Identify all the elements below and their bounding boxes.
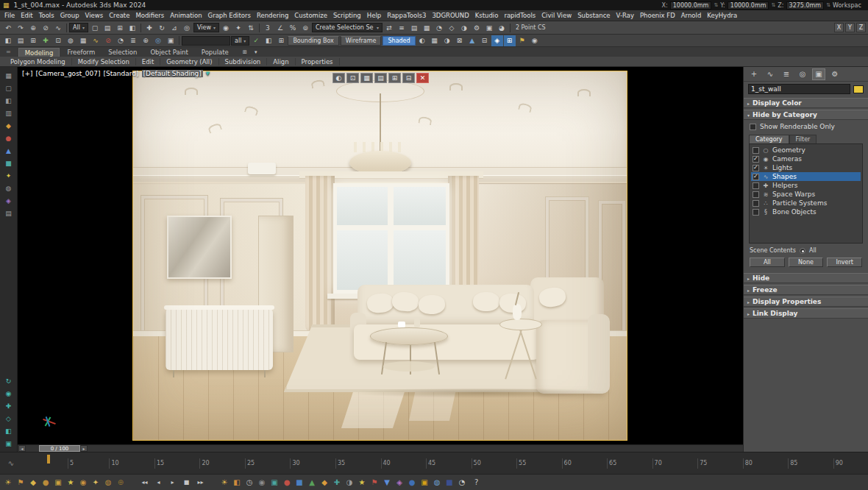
ribbon-minimize-icon[interactable]: ▾ [252,48,260,56]
time-slider-thumb[interactable]: 0 / 100 [39,445,80,452]
angle-snap-icon[interactable]: ∠ [274,22,286,33]
select-and-link-icon[interactable]: ⊕ [27,22,39,33]
red-dot-icon[interactable]: ● [281,476,293,489]
ribbon-panel[interactable]: Align [267,58,295,65]
object-name-field[interactable] [748,84,850,94]
category-action-button[interactable]: All [750,258,785,267]
clip-icon[interactable]: ⊠ [454,35,466,46]
category-row[interactable]: ∿ Shapes [751,172,861,181]
viewport-config-icon[interactable]: ◧ [2,35,14,46]
previous-frame-button[interactable]: ◂ [18,445,26,452]
menu-item[interactable]: rapidTools [501,12,538,19]
viewport-menu-general[interactable]: [+] [22,70,33,77]
shading-mode-button[interactable]: Bounding Box [288,36,338,46]
collapsed-rollout[interactable]: ▸ Link Display [744,308,868,319]
target-ring-icon[interactable]: ◉ [3,388,15,399]
named-selection-sets-dropdown[interactable]: Create Selection Se ▾ [312,23,383,32]
current-frame-marker[interactable] [47,455,50,464]
category-checkbox[interactable] [753,165,759,171]
spark-icon[interactable]: ✦ [90,476,102,489]
modify-tab-icon[interactable]: ∿ [764,68,777,80]
collapsed-rollout[interactable]: ▸ Display Properties [744,297,868,307]
menu-item[interactable]: 3DGROUND [429,12,472,19]
z-field[interactable]: 3275.0mm [786,1,825,10]
window-crossing-icon[interactable]: ◧ [127,22,138,33]
utilities-tab-icon[interactable]: ⚙ [828,68,842,80]
shade-half-icon[interactable]: ◐ [416,35,428,46]
previous-frame-icon[interactable]: ◂ [153,479,164,486]
camera-viewport[interactable]: [+] [Camera_gost_007] [Standard] [Defaul… [18,67,743,444]
align-icon[interactable]: ≡ [396,22,408,33]
select-and-place-icon[interactable]: ◎ [181,22,193,33]
menu-item[interactable]: File [1,12,18,19]
menu-item[interactable]: Edit [18,12,35,19]
menu-item[interactable]: Civil View [538,12,574,19]
sun-icon[interactable]: ☀ [2,476,14,489]
menu-item[interactable]: Kstudio [472,12,502,19]
layers-icon[interactable]: ▤ [374,73,387,83]
viewport-filter-icon[interactable]: ▼ [206,71,210,77]
purple-icon[interactable]: ◈ [394,476,405,489]
red-sphere-icon[interactable]: ● [3,132,15,143]
half-shade-icon[interactable]: ◧ [263,35,274,46]
curve-editor-icon[interactable]: ◔ [433,22,445,33]
time-slider[interactable]: ◂ 0 / 100 ▸ [18,444,743,452]
blue-box-icon[interactable]: ■ [294,476,305,489]
menu-item[interactable]: Modifiers [132,12,167,19]
workspace-selector[interactable]: Workspac [833,2,865,9]
disc2-icon[interactable]: ◍ [431,476,443,489]
down-icon[interactable]: ▼ [381,476,393,489]
render-setup-icon[interactable]: ⚙ [471,22,483,33]
percent-snap-icon[interactable]: % [287,22,299,33]
disc-icon[interactable]: ◍ [102,476,114,489]
outline-diamond-icon[interactable]: ◇ [3,413,15,424]
material-preview-icon[interactable]: ◑ [441,35,453,46]
material-icon[interactable]: ◑ [344,476,355,489]
category-row[interactable]: ∴ Particle Systems [751,199,861,207]
ribbon-panel[interactable]: Geometry (All) [160,58,218,65]
z-spinner[interactable]: ⇅ [826,2,830,8]
unlink-selection-icon[interactable]: ⊘ [40,22,51,33]
tile-icon[interactable]: ⊞ [388,73,401,83]
redo-icon[interactable]: ↷ [15,22,26,33]
sphere-icon[interactable]: ◍ [65,35,77,46]
create-tab-icon[interactable]: + [747,68,761,80]
teal-square-icon[interactable]: ■ [3,157,15,168]
split-view-icon[interactable]: ◧ [3,95,15,106]
category-checkbox[interactable] [753,209,759,216]
refresh-icon[interactable]: ↻ [3,375,15,386]
help-icon[interactable]: ? [474,478,478,486]
menu-item[interactable]: RappaTools3 [384,12,429,19]
next-frame-button[interactable]: ▸ [80,445,88,452]
x-spinner[interactable]: ⇅ [714,2,718,8]
ribbon-panel[interactable]: Modify Selection [72,58,136,65]
track-curves-icon[interactable]: ∿ [0,459,22,467]
rows-icon[interactable]: ▥ [3,107,15,118]
gem-icon[interactable]: ◈ [491,35,503,46]
mirror-icon[interactable]: ⇄ [383,22,395,33]
hierarchy-tab-icon[interactable]: ≣ [780,68,793,80]
tiles-icon[interactable]: ▦ [77,35,89,46]
pivot-icon[interactable]: ⊕ [140,35,152,46]
menu-item[interactable]: KeyHydra [704,12,740,19]
play-icon[interactable]: ▸ [167,479,178,486]
sun2-icon[interactable]: ☀ [218,476,230,489]
ribbon-panel[interactable]: Subdivision [219,58,268,65]
ribbon-panel[interactable]: Edit [136,58,160,65]
menu-item[interactable]: Rendering [254,12,291,19]
select-and-move-icon[interactable]: ✚ [143,22,155,33]
keyboard-override-icon[interactable]: ⇅ [245,22,257,33]
ribbon-tab[interactable]: Modeling [18,48,60,57]
ribbon-grip-icon[interactable]: ≡ [6,49,11,55]
grid-toggle-icon[interactable]: ⊞ [27,35,39,46]
menu-item[interactable]: V-Ray [613,12,637,19]
collapsed-rollout[interactable]: ▸ Hide [744,273,868,283]
undo-icon[interactable]: ↶ [2,22,14,33]
purple-gem-icon[interactable]: ◈ [3,195,15,206]
flag-icon[interactable]: ⚑ [516,35,528,46]
ribbon-tab[interactable]: Selection [102,48,143,57]
script-input[interactable] [182,36,230,46]
viewport-menu-shading[interactable]: [Default Shading] [142,70,203,77]
disable-icon[interactable]: ⊘ [102,35,114,46]
teal-box-icon[interactable]: ▣ [268,476,280,489]
